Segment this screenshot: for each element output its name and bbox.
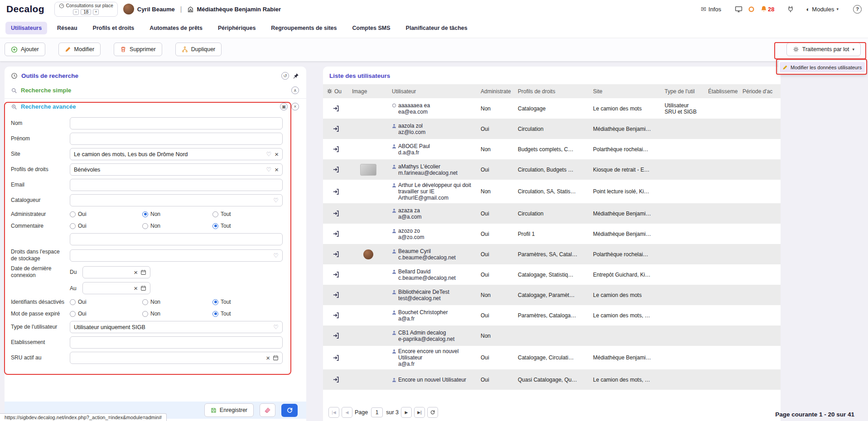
plug-icon[interactable] (787, 5, 794, 13)
user-row[interactable]: Beaume Cyrilc.beaume@decalog.netOuiParam… (323, 244, 781, 264)
user-row[interactable]: Bellard Davidc.beaume@decalog.netOuiCata… (323, 264, 781, 285)
tab-regroupements-de-sites[interactable]: Regroupements de sites (265, 22, 342, 34)
radio-administrateur-oui[interactable]: Oui (70, 211, 142, 217)
login-icon[interactable] (333, 210, 339, 217)
radio-mot_de_passe-non[interactable]: Non (142, 311, 212, 317)
column-header-periode-d-ac[interactable]: Période d'ac (739, 86, 781, 96)
next-page-button[interactable]: ▶ (401, 407, 412, 418)
user-row[interactable]: azaza zaa@a.comOuiCirculationMédiathèque… (323, 203, 781, 224)
save-search-button[interactable]: Enregistrer (204, 403, 254, 417)
close-advanced-icon[interactable]: × (291, 103, 299, 110)
login-icon[interactable] (333, 292, 339, 298)
favorite-icon[interactable]: ♡ (273, 197, 279, 203)
user-row[interactable]: azozo zoa@zo.comOuiProfil 1Médiathèque B… (323, 224, 781, 244)
add-button[interactable]: Ajouter (5, 43, 45, 56)
nom-input[interactable] (74, 120, 279, 127)
calendar-icon[interactable] (273, 355, 279, 361)
screen-share-icon[interactable] (735, 5, 743, 13)
menu-item-edit-user-data[interactable]: Modifier les données utilisateurs (780, 62, 865, 72)
tab-profils-et-droits[interactable]: Profils et droits (87, 22, 140, 34)
login-icon[interactable] (333, 271, 339, 278)
radio-identifiants-non[interactable]: Non (142, 299, 212, 305)
radio-mot_de_passe-oui[interactable]: Oui (70, 311, 142, 317)
profils-input[interactable] (74, 167, 264, 173)
column-header-profils-de-droits[interactable]: Profils de droits (514, 86, 589, 96)
radio-administrateur-tout[interactable]: Tout (212, 211, 231, 217)
commentaire-input[interactable] (74, 236, 279, 243)
favorite-icon[interactable]: ♡ (266, 151, 272, 157)
radio-identifiants-tout[interactable]: Tout (212, 299, 231, 305)
radio-commentaire-tout[interactable]: Tout (212, 223, 231, 229)
gear-icon[interactable] (327, 88, 333, 94)
column-header-utilisateur[interactable]: Utilisateur (388, 86, 477, 96)
tab-automates-de-prets[interactable]: Automates de prêts (144, 22, 208, 34)
site-input[interactable] (74, 151, 264, 158)
login-icon[interactable] (333, 188, 339, 195)
current-user-menu[interactable]: Cyril Beaume (123, 4, 175, 14)
radio-commentaire-non[interactable]: Non (142, 223, 212, 229)
user-row[interactable]: Encore un nouvel UtilisateurOuiQuasi Cat… (323, 369, 781, 390)
help-button[interactable]: ? (853, 5, 862, 14)
prev-page-button[interactable]: ◀ (342, 407, 352, 418)
date-du-input[interactable] (87, 269, 130, 275)
radio-mot_de_passe-tout[interactable]: Tout (212, 311, 231, 317)
column-header-administrate[interactable]: Administrate (477, 86, 514, 96)
login-icon[interactable] (333, 125, 339, 132)
type-utilisateur-input[interactable] (74, 324, 270, 330)
login-icon[interactable] (333, 332, 339, 339)
user-row[interactable]: Arthur Le développeur qui doit travaille… (323, 180, 781, 203)
simple-search-section-header[interactable]: Recherche simple ∧ (5, 82, 306, 99)
column-header-etablisseme[interactable]: Établisseme (704, 86, 739, 96)
current-site-selector[interactable]: Médiathèque Benjamin Rabier (187, 6, 281, 13)
login-icon[interactable] (333, 166, 339, 173)
email-input[interactable] (74, 182, 279, 188)
edit-button[interactable]: Modifier (58, 43, 101, 56)
consultations-decrement-button[interactable]: − (73, 9, 79, 15)
infos-button[interactable]: ✉ Infos (701, 5, 721, 13)
user-row[interactable]: Bibliothécaire DeTesttest@decalog.netNon… (323, 285, 781, 305)
clear-icon[interactable]: × (134, 269, 138, 276)
login-icon[interactable] (333, 376, 339, 383)
user-row[interactable]: aaaaaaea eaea@ea.comNonCatalogageLe cami… (323, 98, 781, 119)
user-row[interactable]: Encore encore un nouvel Utilisateura@a.f… (323, 346, 781, 369)
prenom-input[interactable] (74, 136, 279, 142)
login-icon[interactable] (333, 312, 339, 319)
user-row[interactable]: ABOGE Pauld.a@a.frNonBudgets complets, C… (323, 139, 781, 159)
reset-search-icon[interactable]: ↺ (281, 72, 289, 80)
status-ring-icon[interactable] (748, 6, 755, 13)
clear-search-button[interactable] (260, 403, 275, 417)
login-icon[interactable] (333, 105, 339, 112)
column-header-site[interactable]: Site (589, 86, 661, 96)
modules-menu[interactable]: ◐ Modules ▾ (806, 6, 839, 13)
column-header-ou[interactable]: Ou (323, 86, 348, 96)
user-row[interactable]: aazola zolaz@lo.comOuiCirculationMédiath… (323, 119, 781, 139)
last-page-button[interactable]: ▶| (414, 407, 425, 418)
catalogueur-input[interactable] (74, 197, 270, 204)
duplicate-button[interactable]: Dupliquer (175, 43, 222, 56)
droits-input[interactable] (74, 252, 270, 258)
login-icon[interactable] (333, 230, 339, 237)
favorite-icon[interactable]: ♡ (273, 324, 279, 330)
clear-icon[interactable]: × (275, 151, 279, 158)
tab-utilisateurs[interactable]: Utilisateurs (5, 22, 47, 34)
advanced-search-section-header[interactable]: Recherche avancée ▣ × (5, 99, 306, 115)
calendar-icon[interactable] (140, 269, 146, 275)
first-page-button[interactable]: |◀ (328, 407, 339, 418)
batch-actions-button[interactable]: Traitements par lot ▾ (786, 43, 861, 56)
refresh-list-button[interactable] (427, 407, 438, 418)
user-row[interactable]: aMathys L'écolierm.farineau@decalog.netO… (323, 159, 781, 180)
favorite-icon[interactable]: ♡ (273, 253, 279, 258)
etablissement-input[interactable] (74, 340, 279, 346)
tab-planificateur-de-taches[interactable]: Planificateur de tâches (400, 22, 473, 34)
login-icon[interactable] (333, 354, 339, 361)
radio-administrateur-non[interactable]: Non (142, 211, 212, 217)
sru-input[interactable] (74, 355, 263, 361)
tab-peripheriques[interactable]: Périphériques (212, 22, 261, 34)
clear-icon[interactable]: × (266, 354, 270, 361)
radio-commentaire-oui[interactable]: Oui (70, 223, 142, 229)
login-icon[interactable] (333, 146, 339, 153)
page-number-input[interactable] (371, 407, 383, 417)
delete-button[interactable]: Supprimer (114, 43, 162, 56)
notifications-button[interactable]: 28 (760, 5, 774, 13)
clear-icon[interactable]: × (134, 285, 138, 292)
